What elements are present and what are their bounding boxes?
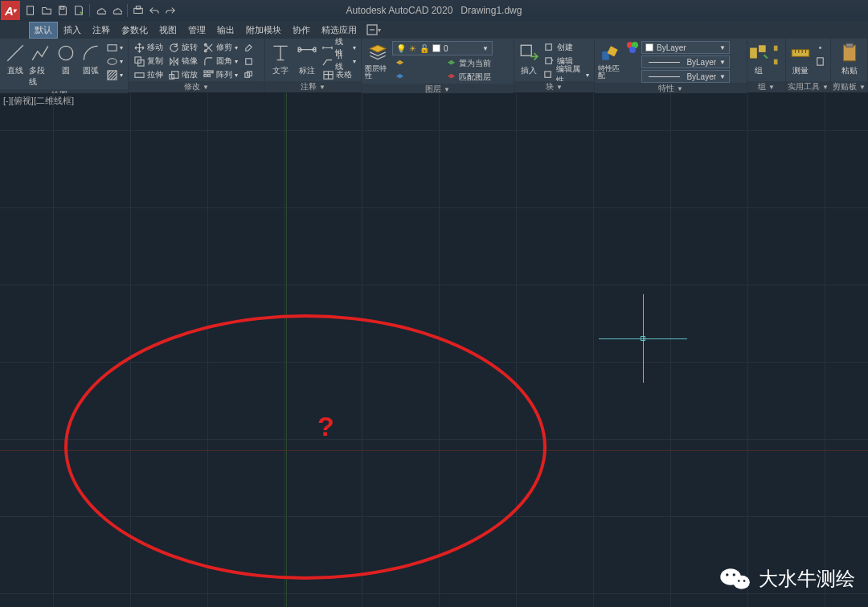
- line-sample-icon: [649, 76, 680, 77]
- tab-annotate[interactable]: 注释: [87, 22, 116, 39]
- bylayer-color-icon[interactable]: [625, 41, 640, 54]
- match-layer-button[interactable]: 匹配图层: [444, 71, 493, 84]
- save-icon[interactable]: [55, 3, 70, 18]
- svg-rect-26: [546, 43, 551, 49]
- panel-groups-title[interactable]: 组▼: [747, 81, 785, 92]
- fillet-icon: [203, 55, 214, 67]
- tab-addons[interactable]: 附加模块: [240, 22, 287, 39]
- move-button[interactable]: 移动: [132, 41, 165, 54]
- panel-clipboard-title[interactable]: 剪贴板▼: [831, 81, 867, 92]
- block-insert-icon: [518, 43, 539, 64]
- stretch-button[interactable]: 拉伸: [132, 68, 165, 81]
- arc-button[interactable]: 圆弧: [80, 41, 104, 78]
- plot-icon[interactable]: [131, 3, 145, 18]
- block-create-button[interactable]: 创建: [542, 41, 591, 54]
- panel-utilities-title[interactable]: 实用工具▼: [786, 81, 830, 92]
- erase-button[interactable]: [241, 41, 256, 54]
- rectangle-button[interactable]: ▾: [104, 41, 125, 54]
- paste-button[interactable]: 粘贴: [837, 41, 862, 78]
- app-logo[interactable]: A ▾: [1, 1, 20, 20]
- copy-button[interactable]: 复制: [132, 55, 165, 68]
- tab-view[interactable]: 视图: [154, 22, 182, 39]
- array-icon: [203, 69, 214, 80]
- array-button[interactable]: 阵列▾: [201, 68, 240, 81]
- offset-button[interactable]: [241, 68, 256, 81]
- line-button[interactable]: 直线: [3, 41, 27, 78]
- linetype-dropdown[interactable]: ByLayer▼: [641, 55, 730, 68]
- undo-icon[interactable]: [147, 3, 162, 18]
- block-edit-attrs-button[interactable]: 编辑属性▾: [542, 68, 591, 81]
- make-current-button[interactable]: 置为当前: [444, 57, 493, 70]
- mirror-button[interactable]: 镜像: [166, 55, 199, 68]
- tab-parametric[interactable]: 参数化: [116, 22, 154, 39]
- tab-collaborate[interactable]: 协作: [287, 22, 316, 39]
- trim-button[interactable]: 修剪▾: [201, 41, 240, 54]
- panel-expand-icon[interactable]: ▾: [364, 23, 383, 37]
- panel-properties: 特性匹配 ByLayer▼ ByLayer▼ ByLayer▼ 特性▼: [595, 39, 747, 92]
- new-icon[interactable]: [23, 3, 38, 18]
- lineweight-icon[interactable]: [625, 68, 640, 81]
- group-button[interactable]: 组: [748, 41, 769, 78]
- make-current-icon: [445, 58, 457, 69]
- panel-annotation-title[interactable]: 注释▼: [265, 81, 361, 92]
- rotate-button[interactable]: 旋转: [166, 41, 199, 54]
- quick-access-toolbar: [23, 3, 178, 18]
- open-icon[interactable]: [39, 3, 54, 18]
- lineweight-dropdown[interactable]: ByLayer▼: [641, 70, 730, 83]
- lightbulb-icon: 💡: [396, 44, 406, 53]
- circle-button[interactable]: 圆: [54, 41, 78, 78]
- lock-icon: 🔓: [420, 44, 429, 53]
- linear-icon: [322, 42, 333, 53]
- polyline-icon: [30, 43, 51, 64]
- svg-rect-25: [521, 45, 531, 55]
- cloud-open-icon[interactable]: [93, 3, 108, 18]
- layer-btn-2[interactable]: [392, 71, 442, 84]
- svg-rect-33: [750, 48, 757, 59]
- tab-insert[interactable]: 插入: [58, 22, 87, 39]
- block-insert-button[interactable]: 插入: [518, 41, 540, 78]
- scale-icon: [168, 69, 179, 80]
- ungroup-button[interactable]: [771, 55, 785, 68]
- redo-icon[interactable]: [163, 3, 178, 18]
- panel-properties-title[interactable]: 特性▼: [595, 83, 747, 94]
- panel-groups: 组 组▼: [747, 39, 786, 92]
- layer-properties-button[interactable]: 图层特性: [365, 41, 391, 81]
- tab-default[interactable]: 默认: [29, 22, 58, 39]
- util-point-button[interactable]: [813, 41, 827, 54]
- drawing-area[interactable]: [-][俯视][二维线框] ? 大水牛测绘: [0, 93, 868, 607]
- color-dropdown[interactable]: ByLayer▼: [641, 41, 730, 54]
- fillet-button[interactable]: 圆角▾: [201, 55, 240, 68]
- explode-button[interactable]: [241, 55, 256, 68]
- layer-btn-1[interactable]: [392, 57, 442, 70]
- group-edit-button[interactable]: [771, 41, 785, 54]
- tab-manage[interactable]: 管理: [182, 22, 211, 39]
- calc-icon: [814, 55, 825, 67]
- measure-button[interactable]: 测量: [789, 41, 811, 78]
- line-icon: [5, 43, 26, 64]
- measure-icon: [790, 43, 811, 64]
- panel-utilities: 测量 实用工具▼: [786, 39, 831, 92]
- util-calc-button[interactable]: [813, 55, 827, 68]
- panel-modify-title[interactable]: 修改▼: [129, 81, 264, 92]
- svg-rect-36: [774, 59, 778, 64]
- circle-icon: [55, 43, 76, 64]
- match-properties-button[interactable]: 特性匹配: [598, 41, 624, 81]
- linetype-icon[interactable]: [625, 55, 640, 68]
- table-button[interactable]: 表格: [321, 68, 358, 81]
- layer-dropdown[interactable]: 💡 ☀ 🔓 0 ▼: [392, 41, 493, 55]
- saveas-icon[interactable]: [72, 3, 86, 18]
- polyline-button[interactable]: 多段线: [29, 41, 53, 89]
- cloud-save-icon[interactable]: [109, 3, 124, 18]
- ellipse-button[interactable]: ▾: [104, 55, 125, 68]
- scale-button[interactable]: 缩放: [166, 68, 199, 81]
- tab-output[interactable]: 输出: [211, 22, 240, 39]
- leader-button[interactable]: 引线▾: [321, 55, 358, 68]
- text-button[interactable]: 文字: [268, 41, 293, 78]
- dimension-button[interactable]: 标注: [295, 41, 320, 78]
- ungroup-icon: [772, 55, 784, 67]
- panel-block-title[interactable]: 块▼: [514, 81, 594, 92]
- layer-name: 0: [444, 44, 448, 53]
- view-label[interactable]: [-][俯视][二维线框]: [3, 95, 74, 107]
- hatch-button[interactable]: ▾: [104, 68, 125, 81]
- panel-annotation: 文字 标注 线性▾ 引线▾ 表格 注释▼: [265, 39, 362, 92]
